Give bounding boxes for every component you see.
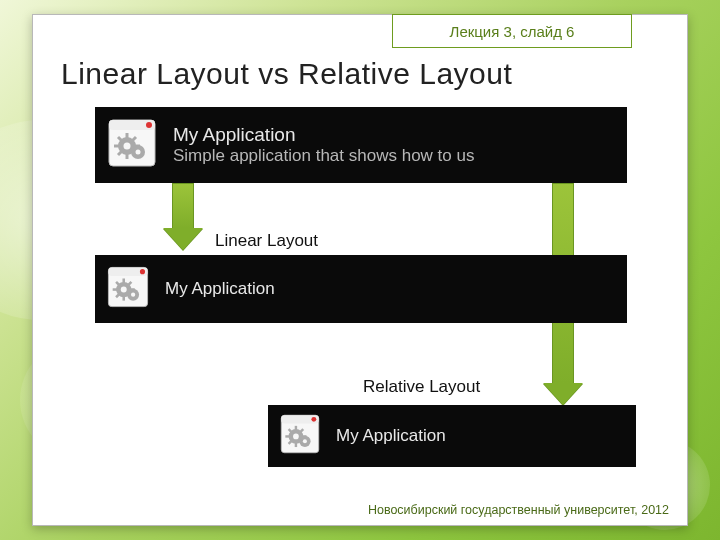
demo-panel-linear: My Application	[95, 255, 627, 323]
demo-panel-relative: My Application	[268, 405, 636, 467]
app-subtitle: Simple application that shows how to us	[173, 146, 474, 166]
slide-title: Linear Layout vs Relative Layout	[61, 57, 512, 91]
app-title: My Application	[165, 279, 275, 299]
slide-frame: Лекция 3, слайд 6 Linear Layout vs Relat…	[32, 14, 688, 526]
svg-point-9	[124, 143, 131, 150]
svg-point-24	[311, 417, 316, 422]
arrow-down-icon	[163, 183, 203, 250]
app-gear-icon	[105, 116, 159, 174]
app-title: My Application	[336, 426, 446, 446]
app-gear-icon	[105, 264, 151, 314]
slide-header-text: Лекция 3, слайд 6	[450, 23, 575, 40]
caption-relative: Relative Layout	[363, 377, 480, 397]
svg-point-2	[146, 122, 152, 128]
svg-point-31	[293, 434, 299, 440]
svg-point-10	[136, 150, 141, 155]
svg-point-32	[303, 439, 307, 443]
panel-text-group: My Application Simple application that s…	[173, 124, 474, 166]
slide-header-box: Лекция 3, слайд 6	[392, 14, 632, 48]
app-gear-icon	[278, 412, 322, 460]
svg-point-21	[131, 293, 135, 297]
caption-linear: Linear Layout	[215, 231, 318, 251]
panel-text-group: My Application	[336, 426, 446, 446]
svg-point-13	[140, 269, 145, 274]
demo-panel-large: My Application Simple application that s…	[95, 107, 627, 183]
slide-footer: Новосибирский государственный университе…	[368, 503, 669, 517]
panel-text-group: My Application	[165, 279, 275, 299]
app-title: My Application	[173, 124, 474, 146]
svg-point-20	[121, 287, 127, 293]
